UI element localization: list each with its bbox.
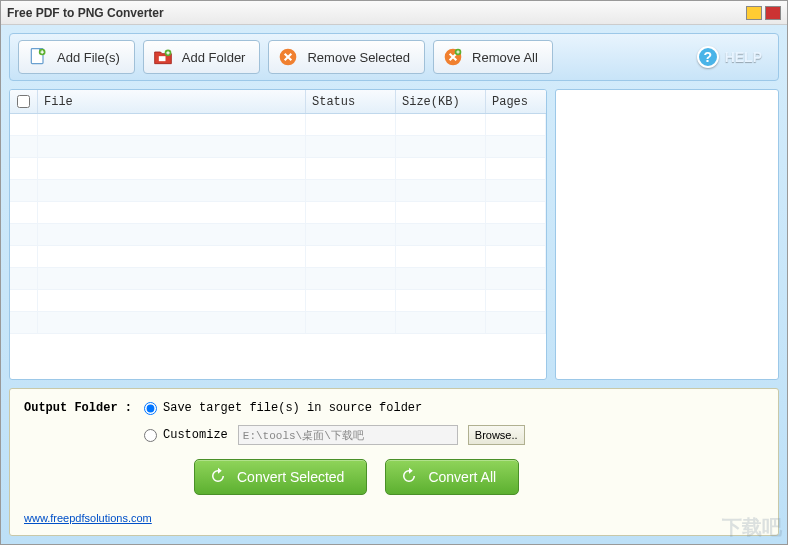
size-header[interactable]: Size(KB) — [396, 90, 486, 113]
help-icon: ? — [697, 46, 719, 68]
window-title: Free PDF to PNG Converter — [7, 6, 743, 20]
content-area: Add File(s) Add Folder Remove Selected R… — [1, 25, 787, 544]
convert-all-button[interactable]: Convert All — [385, 459, 519, 495]
convert-all-label: Convert All — [428, 469, 496, 485]
refresh-icon — [209, 467, 227, 488]
table-row — [10, 136, 546, 158]
pages-header[interactable]: Pages — [486, 90, 546, 113]
website-link[interactable]: www.freepdfsolutions.com — [24, 512, 152, 524]
table-row — [10, 312, 546, 334]
app-window: Free PDF to PNG Converter Add File(s) Ad… — [0, 0, 788, 545]
table-row — [10, 114, 546, 136]
radio-customize-input[interactable] — [144, 429, 157, 442]
remove-selected-label: Remove Selected — [307, 50, 410, 65]
help-label: HELP — [725, 49, 762, 65]
table-row — [10, 180, 546, 202]
select-all-checkbox[interactable] — [17, 95, 30, 108]
output-panel: Output Folder : Save target file(s) in s… — [9, 388, 779, 536]
remove-selected-icon — [277, 46, 299, 68]
radio-source-input[interactable] — [144, 402, 157, 415]
file-header[interactable]: File — [38, 90, 306, 113]
remove-all-icon — [442, 46, 464, 68]
browse-button[interactable]: Browse.. — [468, 425, 525, 445]
add-folder-button[interactable]: Add Folder — [143, 40, 261, 74]
add-folder-icon — [152, 46, 174, 68]
remove-selected-button[interactable]: Remove Selected — [268, 40, 425, 74]
add-file-icon — [27, 46, 49, 68]
file-table: File Status Size(KB) Pages — [9, 89, 547, 380]
toolbar: Add File(s) Add Folder Remove Selected R… — [9, 33, 779, 81]
help-button[interactable]: ? HELP — [689, 42, 770, 72]
radio-customize[interactable]: Customize — [144, 428, 228, 442]
remove-all-label: Remove All — [472, 50, 538, 65]
add-files-button[interactable]: Add File(s) — [18, 40, 135, 74]
close-button[interactable] — [765, 6, 781, 20]
table-row — [10, 202, 546, 224]
convert-selected-button[interactable]: Convert Selected — [194, 459, 367, 495]
table-row — [10, 268, 546, 290]
convert-selected-label: Convert Selected — [237, 469, 344, 485]
table-header: File Status Size(KB) Pages — [10, 90, 546, 114]
refresh-icon — [400, 467, 418, 488]
status-header[interactable]: Status — [306, 90, 396, 113]
remove-all-button[interactable]: Remove All — [433, 40, 553, 74]
svg-rect-2 — [159, 56, 166, 61]
table-row — [10, 246, 546, 268]
preview-panel — [555, 89, 779, 380]
radio-source-label: Save target file(s) in source folder — [163, 401, 422, 415]
table-body — [10, 114, 546, 379]
add-folder-label: Add Folder — [182, 50, 246, 65]
custom-path-input[interactable] — [238, 425, 458, 445]
radio-customize-label: Customize — [163, 428, 228, 442]
table-row — [10, 158, 546, 180]
middle-area: File Status Size(KB) Pages — [9, 89, 779, 380]
table-row — [10, 224, 546, 246]
add-files-label: Add File(s) — [57, 50, 120, 65]
select-all-header[interactable] — [10, 90, 38, 113]
radio-source-folder[interactable]: Save target file(s) in source folder — [144, 401, 422, 415]
output-folder-label: Output Folder : — [24, 401, 134, 415]
titlebar: Free PDF to PNG Converter — [1, 1, 787, 25]
minimize-button[interactable] — [746, 6, 762, 20]
table-row — [10, 290, 546, 312]
